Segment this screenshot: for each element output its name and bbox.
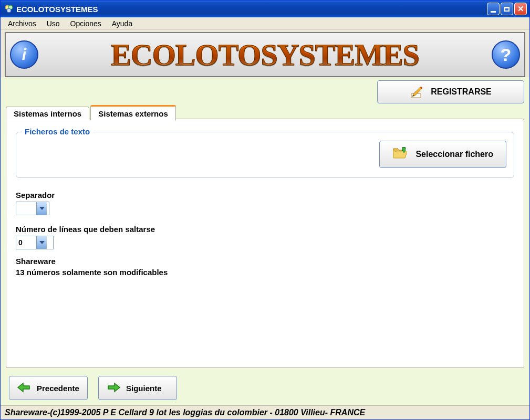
help-icon: ? — [501, 45, 512, 65]
skip-lines-dropdown-button[interactable] — [36, 236, 47, 249]
text-files-group: Ficheros de texto — [16, 132, 514, 178]
tab-panel-external: Ficheros de texto — [6, 119, 524, 368]
shareware-line1: Shareware — [16, 256, 514, 267]
close-button[interactable]: ✕ — [514, 3, 527, 15]
menu-ayuda[interactable]: Ayuda — [107, 18, 138, 29]
info-button[interactable]: i — [10, 40, 38, 69]
next-button[interactable]: Siguiente — [98, 376, 177, 400]
menu-opciones[interactable]: Opciones — [65, 18, 107, 29]
banner-title: ECOLOTOSYSTEMES — [38, 37, 492, 72]
svg-point-2 — [7, 8, 11, 13]
next-label: Siguiente — [126, 384, 162, 393]
group-title: Ficheros de texto — [22, 127, 93, 136]
tab-internal[interactable]: Sistemas internos — [6, 107, 89, 119]
skip-lines-input[interactable] — [16, 236, 36, 249]
minimize-button[interactable] — [487, 3, 500, 15]
separator-input[interactable] — [16, 202, 36, 215]
banner: i ECOLOTOSYSTEMES ? — [5, 32, 525, 77]
register-label: REGISTRARSE — [431, 87, 492, 97]
statusbar: Shareware-(c)1999-2005 P E Cellard 9 lot… — [1, 405, 529, 419]
app-icon — [5, 5, 13, 13]
select-file-button[interactable]: Seleccionar fichero — [379, 141, 506, 168]
tab-strip: Sistemas internos Sistemas externos — [6, 104, 524, 119]
separator-label: Separador — [16, 191, 514, 200]
window-title: ECOLOTOSYSTEMES — [16, 5, 98, 14]
chevron-down-icon — [39, 241, 45, 244]
help-button[interactable]: ? — [492, 40, 520, 69]
shareware-line2: 13 números solamente son modificables — [16, 267, 514, 278]
chevron-down-icon — [39, 207, 45, 210]
previous-button[interactable]: Precedente — [9, 376, 88, 400]
pencil-icon — [410, 85, 424, 99]
menubar: Archivos Uso Opciones Ayuda — [1, 17, 529, 30]
arrow-left-icon — [17, 382, 32, 395]
menu-archivos[interactable]: Archivos — [3, 18, 41, 29]
separator-dropdown-button[interactable] — [36, 202, 47, 215]
separator-combo[interactable] — [16, 202, 49, 215]
menu-uso[interactable]: Uso — [41, 18, 65, 29]
maximize-button[interactable] — [501, 3, 513, 15]
select-file-label: Seleccionar fichero — [415, 150, 493, 159]
register-button[interactable]: REGISTRARSE — [377, 80, 524, 103]
skip-lines-label: Número de líneas que deben saltarse — [16, 225, 514, 234]
folder-open-icon — [392, 146, 408, 162]
skip-lines-combo[interactable] — [16, 236, 54, 249]
titlebar: ECOLOTOSYSTEMES ✕ — [1, 1, 529, 17]
tab-external[interactable]: Sistemas externos — [90, 105, 176, 120]
previous-label: Precedente — [37, 384, 79, 393]
info-icon: i — [22, 46, 26, 64]
arrow-right-icon — [106, 382, 121, 395]
